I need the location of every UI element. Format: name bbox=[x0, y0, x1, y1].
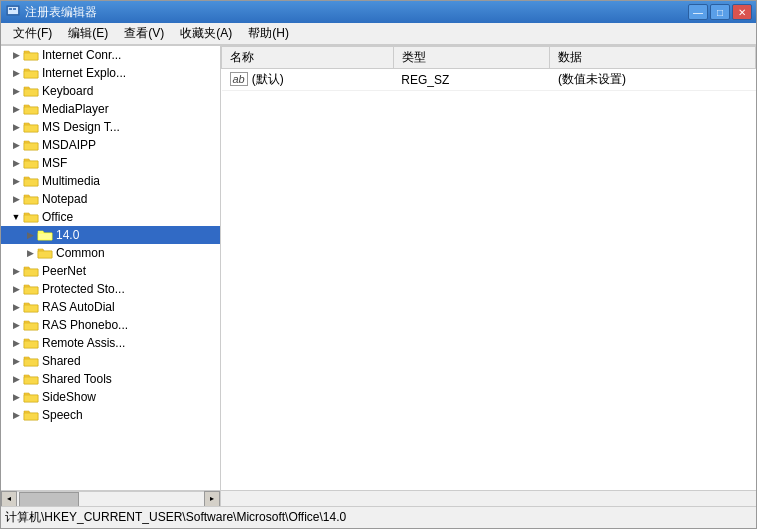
tree-label-office: Office bbox=[42, 210, 73, 224]
expand-arrow-ms-design-t[interactable]: ▶ bbox=[9, 120, 23, 134]
folder-icon-shared-tools bbox=[23, 372, 39, 386]
tree-item-sideshow[interactable]: ▶ SideShow bbox=[1, 388, 220, 406]
tree-label-shared: Shared bbox=[42, 354, 81, 368]
tree-scroll[interactable]: ▶ Internet Conr...▶ Internet Explo...▶ K… bbox=[1, 46, 220, 490]
tree-item-peernet[interactable]: ▶ PeerNet bbox=[1, 262, 220, 280]
tree-panel: ▶ Internet Conr...▶ Internet Explo...▶ K… bbox=[1, 46, 221, 490]
expand-arrow-speech[interactable]: ▶ bbox=[9, 408, 23, 422]
tree-label-mediaplayer: MediaPlayer bbox=[42, 102, 109, 116]
folder-icon-internet-conn bbox=[23, 48, 39, 62]
tree-item-ras-phonebo[interactable]: ▶ RAS Phonebo... bbox=[1, 316, 220, 334]
tree-item-ms-design-t[interactable]: ▶ MS Design T... bbox=[1, 118, 220, 136]
expand-arrow-office-14[interactable]: ▶ bbox=[23, 228, 37, 242]
expand-arrow-remote-assis[interactable]: ▶ bbox=[9, 336, 23, 350]
tree-item-ras-autodial[interactable]: ▶ RAS AutoDial bbox=[1, 298, 220, 316]
status-text: 计算机\HKEY_CURRENT_USER\Software\Microsoft… bbox=[5, 509, 346, 526]
tree-label-internet-explo: Internet Explo... bbox=[42, 66, 126, 80]
col-data: 数据 bbox=[550, 47, 756, 69]
expand-arrow-multimedia[interactable]: ▶ bbox=[9, 174, 23, 188]
expand-arrow-internet-explo[interactable]: ▶ bbox=[9, 66, 23, 80]
content-panel[interactable]: 名称 类型 数据 ab(默认)REG_SZ(数值未设置) bbox=[221, 46, 756, 490]
tree-item-mediaplayer[interactable]: ▶ MediaPlayer bbox=[1, 100, 220, 118]
tree-item-multimedia[interactable]: ▶ Multimedia bbox=[1, 172, 220, 190]
tree-label-sideshow: SideShow bbox=[42, 390, 96, 404]
folder-icon-sideshow bbox=[23, 390, 39, 404]
tree-item-shared[interactable]: ▶ Shared bbox=[1, 352, 220, 370]
tree-item-office[interactable]: ▼ Office bbox=[1, 208, 220, 226]
expand-arrow-ras-phonebo[interactable]: ▶ bbox=[9, 318, 23, 332]
folder-icon-msf bbox=[23, 156, 39, 170]
col-type: 类型 bbox=[393, 47, 550, 69]
cell-data: (数值未设置) bbox=[550, 69, 756, 91]
tree-item-shared-tools[interactable]: ▶ Shared Tools bbox=[1, 370, 220, 388]
col-name: 名称 bbox=[222, 47, 394, 69]
tree-item-speech[interactable]: ▶ Speech bbox=[1, 406, 220, 424]
status-bar: 计算机\HKEY_CURRENT_USER\Software\Microsoft… bbox=[1, 506, 756, 528]
maximize-button[interactable]: □ bbox=[710, 4, 730, 20]
tree-item-keyboard[interactable]: ▶ Keyboard bbox=[1, 82, 220, 100]
tree-item-internet-explo[interactable]: ▶ Internet Explo... bbox=[1, 64, 220, 82]
expand-arrow-office-common[interactable]: ▶ bbox=[23, 246, 37, 260]
expand-arrow-shared[interactable]: ▶ bbox=[9, 354, 23, 368]
folder-icon-remote-assis bbox=[23, 336, 39, 350]
expand-arrow-keyboard[interactable]: ▶ bbox=[9, 84, 23, 98]
expand-arrow-internet-conn[interactable]: ▶ bbox=[9, 48, 23, 62]
scroll-left-btn[interactable]: ◂ bbox=[1, 491, 17, 507]
expand-arrow-sideshow[interactable]: ▶ bbox=[9, 390, 23, 404]
tree-label-office-common: Common bbox=[56, 246, 105, 260]
folder-icon-keyboard bbox=[23, 84, 39, 98]
tree-item-remote-assis[interactable]: ▶ Remote Assis... bbox=[1, 334, 220, 352]
expand-arrow-protected-sto[interactable]: ▶ bbox=[9, 282, 23, 296]
expand-arrow-peernet[interactable]: ▶ bbox=[9, 264, 23, 278]
menu-item-e[interactable]: 编辑(E) bbox=[60, 24, 116, 44]
tree-h-scrollbar[interactable]: ◂ ▸ bbox=[1, 490, 221, 506]
tree-item-office-common[interactable]: ▶ Common bbox=[1, 244, 220, 262]
folder-icon-notepad bbox=[23, 192, 39, 206]
window: 注册表编辑器 — □ ✕ 文件(F)编辑(E)查看(V)收藏夹(A)帮助(H) … bbox=[0, 0, 757, 529]
window-controls: — □ ✕ bbox=[688, 4, 752, 20]
tree-label-ms-design-t: MS Design T... bbox=[42, 120, 120, 134]
tree-item-internet-conn[interactable]: ▶ Internet Conr... bbox=[1, 46, 220, 64]
tree-item-notepad[interactable]: ▶ Notepad bbox=[1, 190, 220, 208]
menu-item-h[interactable]: 帮助(H) bbox=[240, 24, 297, 44]
expand-arrow-ras-autodial[interactable]: ▶ bbox=[9, 300, 23, 314]
tree-item-office-14[interactable]: ▶ 14.0 bbox=[1, 226, 220, 244]
expand-arrow-msf[interactable]: ▶ bbox=[9, 156, 23, 170]
expand-arrow-shared-tools[interactable]: ▶ bbox=[9, 372, 23, 386]
tree-item-protected-sto[interactable]: ▶ Protected Sto... bbox=[1, 280, 220, 298]
tree-label-keyboard: Keyboard bbox=[42, 84, 93, 98]
folder-icon-internet-explo bbox=[23, 66, 39, 80]
expand-arrow-notepad[interactable]: ▶ bbox=[9, 192, 23, 206]
expand-arrow-mediaplayer[interactable]: ▶ bbox=[9, 102, 23, 116]
folder-icon-protected-sto bbox=[23, 282, 39, 296]
folder-icon-ras-autodial bbox=[23, 300, 39, 314]
scroll-right-btn[interactable]: ▸ bbox=[204, 491, 220, 507]
menu-item-v[interactable]: 查看(V) bbox=[116, 24, 172, 44]
table-row[interactable]: ab(默认)REG_SZ(数值未设置) bbox=[222, 69, 756, 91]
app-icon bbox=[5, 4, 21, 20]
close-button[interactable]: ✕ bbox=[732, 4, 752, 20]
expand-arrow-office[interactable]: ▼ bbox=[9, 210, 23, 224]
menu-item-f[interactable]: 文件(F) bbox=[5, 24, 60, 44]
tree-label-speech: Speech bbox=[42, 408, 83, 422]
h-scroll-track[interactable] bbox=[17, 491, 204, 507]
tree-label-remote-assis: Remote Assis... bbox=[42, 336, 125, 350]
expand-arrow-msdaipp[interactable]: ▶ bbox=[9, 138, 23, 152]
minimize-button[interactable]: — bbox=[688, 4, 708, 20]
tree-label-msf: MSF bbox=[42, 156, 67, 170]
tree-label-multimedia: Multimedia bbox=[42, 174, 100, 188]
svg-rect-2 bbox=[9, 8, 12, 10]
tree-item-msdaipp[interactable]: ▶ MSDAIPP bbox=[1, 136, 220, 154]
folder-icon-peernet bbox=[23, 264, 39, 278]
cell-name: ab(默认) bbox=[222, 69, 394, 91]
tree-label-msdaipp: MSDAIPP bbox=[42, 138, 96, 152]
tree-label-shared-tools: Shared Tools bbox=[42, 372, 112, 386]
menubar: 文件(F)编辑(E)查看(V)收藏夹(A)帮助(H) bbox=[1, 23, 756, 45]
menu-item-a[interactable]: 收藏夹(A) bbox=[172, 24, 240, 44]
tree-item-msf[interactable]: ▶ MSF bbox=[1, 154, 220, 172]
cell-type: REG_SZ bbox=[393, 69, 550, 91]
tree-label-peernet: PeerNet bbox=[42, 264, 86, 278]
window-title: 注册表编辑器 bbox=[25, 4, 688, 21]
main-area: ▶ Internet Conr...▶ Internet Explo...▶ K… bbox=[1, 45, 756, 490]
folder-icon-office-common bbox=[37, 246, 53, 260]
